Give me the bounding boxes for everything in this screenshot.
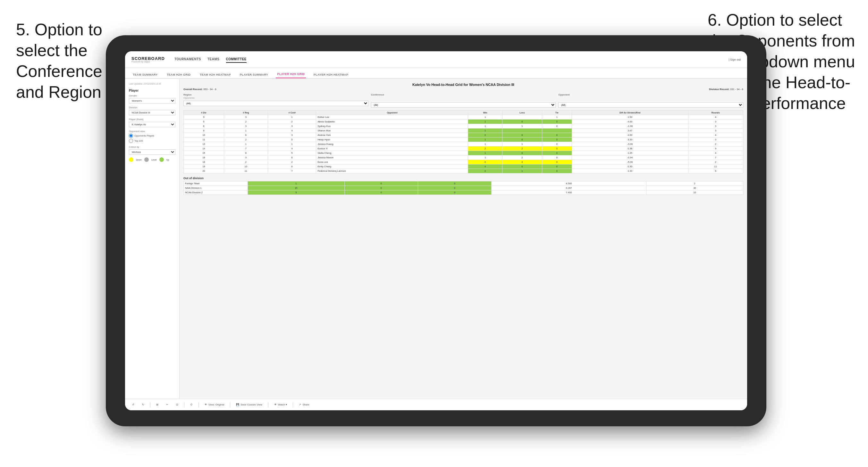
main-content: Last Updated: 27/03/2024 13:34 Player Ge…: [125, 79, 747, 399]
subnav-team-h2h-grid[interactable]: TEAM H2H GRID: [165, 71, 192, 78]
radio-top100[interactable]: Top 100: [129, 139, 176, 143]
table-row: NAIA Division 1 15 0 0 9.267 30: [184, 186, 743, 190]
table-row: 20 11 7 Federica Domecq Lacroze 2 1 0 1.…: [184, 169, 743, 174]
region-filter: Region Opponents: (All): [183, 93, 368, 106]
division-label: Division: [129, 106, 176, 109]
opponent-view-radios: Opponents Played Top 100: [129, 134, 176, 143]
share-icon: ↗: [299, 403, 301, 406]
th-rounds: Rounds: [688, 111, 743, 115]
th-opponent: Opponent: [316, 111, 468, 115]
paste-button[interactable]: ⊡: [174, 403, 180, 407]
player-rank-field: Player (Rank) 8. Katelyn Vo: [129, 118, 176, 127]
colour-by-select[interactable]: Win/loss: [129, 149, 176, 155]
records-row: Overall Record: 353 - 34 - 6 Division Re…: [183, 88, 743, 91]
watch-label: Watch ▾: [278, 403, 287, 406]
save-custom-button[interactable]: 💾 Save Custom View: [234, 403, 264, 407]
undo-button[interactable]: ↺: [130, 403, 136, 407]
table-row: 16 3 6 Jessica Mason 1 2 0 -0.94 7: [184, 155, 743, 160]
table-row: 15 8 5 Stella Cheng 1 0 0 1.25 4: [184, 151, 743, 155]
gender-field: Gender Women's: [129, 94, 176, 103]
subnav-player-h2h-grid[interactable]: PLAYER H2H GRID: [276, 70, 306, 78]
region-label: Region: [183, 93, 368, 96]
table-row: 11 2 5 Heejo Hyun 1 0 0 3.33 3: [184, 137, 743, 142]
player-section-title: Player: [129, 89, 176, 92]
subnav-team-summary[interactable]: TEAM SUMMARY: [131, 71, 159, 78]
conference-label: Conference: [371, 93, 556, 96]
view-original-button[interactable]: 👁 View: Original: [203, 403, 226, 407]
colour-level: [144, 157, 149, 162]
division-select[interactable]: NCAA Division III: [129, 110, 176, 115]
view-original-label: View: Original: [209, 403, 224, 406]
th-div: # Div: [184, 111, 224, 115]
last-updated: Last Updated: 27/03/2024 13:34: [129, 83, 176, 85]
table-row: 3 3 1 Esther Lee 1 1 1.50 4: [184, 115, 743, 120]
gender-select[interactable]: Women's: [129, 98, 176, 103]
table-row: 9 1 4 Sharon Mun 1 3.67 3: [184, 128, 743, 133]
eye-icon: 👁: [205, 403, 207, 406]
th-conf: # Conf: [268, 111, 316, 115]
logo-main: SCOREBOARD: [131, 56, 165, 61]
radio-top100-label: Top 100: [134, 139, 143, 142]
cut-button[interactable]: ✂: [164, 403, 170, 407]
colour-level-label: Level: [151, 159, 157, 161]
table-row: NCAA Division 2 5 0 0 7.400 10: [184, 190, 743, 195]
sign-out[interactable]: | Sign out: [728, 58, 741, 61]
table-row: 6 3 3 Sydney Kuo 1 1 0 -1.00 3: [184, 124, 743, 128]
nav-committee[interactable]: COMMITTEE: [226, 56, 247, 63]
share-button[interactable]: ↗ Share: [297, 403, 311, 407]
player-rank-select[interactable]: 8. Katelyn Vo: [129, 122, 176, 127]
region-select[interactable]: (All): [183, 101, 368, 106]
table-row: 14 7 4 Eunice Yi 2 2 0 0.38 9: [184, 147, 743, 151]
colour-legend: Down Level Up: [129, 157, 176, 162]
radio-top100-input[interactable]: [129, 139, 133, 143]
watch-button[interactable]: 👁 Watch ▾: [272, 403, 289, 407]
opponents-label: Opponents:: [183, 97, 368, 99]
table-row: 5 2 2 Alexis Sudjianto 1 0 0 4.00 3: [184, 120, 743, 124]
opponent-label: Opponent: [558, 93, 743, 96]
subnav-team-h2h-heatmap[interactable]: TEAM H2H HEATMAP: [198, 71, 232, 78]
radio-opponents-input[interactable]: [129, 134, 133, 138]
subnav-player-h2h-heatmap[interactable]: PLAYER H2H HEATMAP: [312, 71, 349, 78]
colour-by-label: Colour by: [129, 146, 176, 148]
colour-by-field: Colour by Win/loss: [129, 146, 176, 155]
th-loss: Loss: [502, 111, 542, 115]
logo: SCOREBOARD Powered by clippd: [131, 56, 165, 63]
conference-filter: Conference (All): [371, 93, 556, 108]
copy-button[interactable]: ⊞: [154, 403, 160, 407]
gender-label: Gender: [129, 94, 176, 97]
redo-button[interactable]: ↻: [140, 403, 146, 407]
subnav: TEAM SUMMARY TEAM H2H GRID TEAM H2H HEAT…: [125, 68, 747, 79]
conference-select[interactable]: (All): [371, 102, 556, 108]
table-row: 10 6 3 Andrea York 2 0 0 4.00 4: [184, 133, 743, 137]
radio-opponents-played[interactable]: Opponents Played: [129, 134, 176, 138]
save-custom-label: Save Custom View: [241, 403, 262, 406]
nav-links: TOURNAMENTS TEAMS COMMITTEE: [175, 56, 719, 63]
tablet-device: SCOREBOARD Powered by clippd TOURNAMENTS…: [106, 35, 766, 426]
opponent-select[interactable]: (All): [558, 102, 743, 108]
nav-tournaments[interactable]: TOURNAMENTS: [175, 56, 201, 63]
opponent-view-label: Opponent view: [129, 130, 176, 133]
data-area: Katelyn Vo Head-to-Head Grid for Women's…: [180, 79, 747, 399]
table-row: Foreign Team 1 0 0 4.500 2: [184, 181, 743, 186]
th-tie: Tie: [542, 111, 572, 115]
out-of-division-label: Out of division: [183, 177, 743, 180]
player-h2h-table: # Div # Reg # Conf Opponent Win Loss Tie…: [183, 110, 743, 174]
subnav-player-summary[interactable]: PLAYER SUMMARY: [239, 71, 270, 78]
opponent-view-field: Opponent view Opponents Played Top 100: [129, 130, 176, 143]
out-of-division-table: Foreign Team 1 0 0 4.500 2 NAIA Division…: [183, 181, 743, 195]
table-row: 13 1 1 Jessica Huang 1 1 0 -3.00 2: [184, 142, 743, 147]
overall-record: Overall Record: 353 - 34 - 6: [183, 88, 216, 91]
colour-down-label: Down: [136, 159, 142, 161]
table-row: 18 2 2 Euna Lee 0 4 0 -5.00 2: [184, 160, 743, 164]
toolbar-bottom: ↺ ↻ ⊞ ✂ ⊡ ⏱ 👁 View: Original 💾 Save Cust…: [125, 399, 747, 410]
division-record: Division Record: 331 - 34 - 6: [709, 88, 743, 91]
division-field: Division NCAA Division III: [129, 106, 176, 115]
filter-row: Region Opponents: (All) Conference (All): [183, 93, 743, 108]
clock-button[interactable]: ⏱: [188, 403, 195, 407]
radio-opponents-label: Opponents Played: [134, 134, 154, 137]
watch-icon: 👁: [274, 403, 277, 406]
colour-up-label: Up: [166, 159, 169, 161]
th-diff: Diff Av Strokes/Rnd: [572, 111, 688, 115]
nav-teams[interactable]: TEAMS: [208, 56, 220, 63]
left-panel: Last Updated: 27/03/2024 13:34 Player Ge…: [125, 79, 180, 399]
